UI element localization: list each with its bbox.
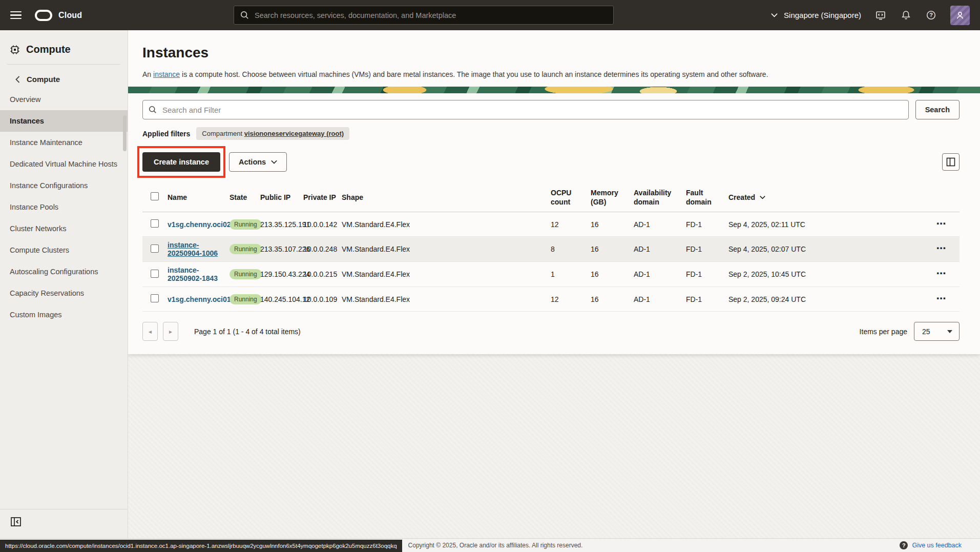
row-checkbox[interactable] [151, 219, 159, 228]
sidebar-item-capacity-reservations[interactable]: Capacity Reservations [0, 282, 128, 304]
divider [7, 64, 120, 65]
instances-panel: Instances An instance is a compute host.… [128, 30, 980, 354]
status-badge: Running [230, 269, 262, 279]
shape-cell: VM.Standard.E4.Flex [342, 262, 551, 287]
created-cell: Sep 4, 2025, 02:07 UTC [728, 237, 928, 262]
table-row: instance-20250904-1006 Running 213.35.10… [142, 237, 960, 262]
feedback-help-icon[interactable]: ? [900, 541, 908, 549]
sidebar-scrollbar-thumb[interactable] [123, 115, 127, 151]
banner-illustration [128, 87, 980, 93]
row-checkbox[interactable] [151, 244, 159, 253]
brand[interactable]: Cloud [35, 10, 82, 21]
memory-cell: 16 [591, 287, 634, 312]
instance-doc-link[interactable]: instance [153, 70, 180, 78]
instance-name-link[interactable]: instance-20250904-1006 [168, 241, 218, 257]
sidebar-collapse-button[interactable] [10, 516, 23, 528]
fd-cell: FD-1 [686, 287, 728, 312]
column-header-ocpu[interactable]: OCPU count [551, 183, 591, 212]
shape-cell: VM.Standard.E4.Flex [342, 287, 551, 312]
sidebar-back-link[interactable]: Compute [0, 70, 128, 89]
row-checkbox[interactable] [151, 294, 159, 302]
create-instance-button[interactable]: Create instance [142, 152, 220, 172]
row-actions-button[interactable]: ⋯ [936, 271, 947, 276]
public-ip-cell: 213.35.107.226 [260, 237, 303, 262]
column-header-name[interactable]: Name [168, 183, 230, 212]
column-header-private-ip[interactable]: Private IP [303, 183, 342, 212]
instance-name-link[interactable]: v1sg.chenny.oci01 [168, 295, 231, 303]
column-header-public-ip[interactable]: Public IP [260, 183, 303, 212]
created-cell: Sep 4, 2025, 02:11 UTC [728, 212, 928, 237]
filter-search [142, 100, 909, 119]
sidebar-item-instances[interactable]: Instances [0, 110, 128, 132]
compartment-name[interactable]: visiononeservicegateway (root) [244, 130, 344, 137]
instances-table-wrap: Name State Public IP Private IP Shape OC… [128, 183, 980, 312]
search-and-filter-input[interactable] [142, 100, 909, 119]
brand-name: Cloud [58, 11, 82, 20]
column-header-memory[interactable]: Memory (GB) [591, 183, 634, 212]
column-header-fault-domain[interactable]: Fault domain [686, 183, 728, 212]
search-button[interactable]: Search [915, 100, 960, 119]
fd-cell: FD-1 [686, 237, 728, 262]
global-search-input[interactable] [234, 6, 614, 25]
sidebar-item-custom-images[interactable]: Custom Images [0, 304, 128, 325]
instance-name-link[interactable]: instance-20250902-1843 [168, 266, 218, 282]
created-cell: Sep 2, 2025, 09:24 UTC [728, 287, 928, 312]
public-ip-cell: 129.150.43.224 [260, 262, 303, 287]
sidebar-item-autoscaling-configurations[interactable]: Autoscaling Configurations [0, 261, 128, 282]
public-ip-cell: 213.35.125.191 [260, 212, 303, 237]
items-per-page-select[interactable]: 25 [914, 322, 960, 341]
ocpu-cell: 12 [551, 287, 591, 312]
row-actions-button[interactable]: ⋯ [936, 296, 947, 301]
announcements-bell-icon[interactable] [900, 10, 911, 21]
top-navigation-bar: Cloud Singapore (Singapore) ? [0, 0, 980, 30]
applied-filters-row: Applied filters Compartment visiononeser… [128, 127, 980, 140]
page-description: An instance is a compute host. Choose be… [128, 70, 980, 78]
next-page-button[interactable]: ▸ [163, 322, 178, 341]
sort-descending-icon [760, 195, 765, 199]
previous-page-button[interactable]: ◂ [142, 322, 158, 341]
row-checkbox[interactable] [151, 270, 159, 278]
person-icon [955, 10, 965, 21]
manage-columns-button[interactable] [942, 153, 960, 171]
select-all-checkbox[interactable] [151, 192, 159, 200]
private-ip-cell: 10.0.0.215 [303, 262, 342, 287]
table-header-row: Name State Public IP Private IP Shape OC… [142, 183, 960, 212]
sidebar-item-compute-clusters[interactable]: Compute Clusters [0, 239, 128, 261]
hamburger-menu-icon[interactable] [10, 11, 22, 19]
row-actions-button[interactable]: ⋯ [936, 246, 947, 251]
sidebar-item-dedicated-vm-hosts[interactable]: Dedicated Virtual Machine Hosts [0, 153, 128, 175]
shape-cell: VM.Standard.E4.Flex [342, 212, 551, 237]
sidebar-item-overview[interactable]: Overview [0, 89, 128, 110]
applied-filters-label: Applied filters [142, 130, 190, 138]
oracle-logo-icon [35, 10, 52, 21]
row-actions-button[interactable]: ⋯ [936, 221, 947, 227]
sidebar-item-cluster-networks[interactable]: Cluster Networks [0, 218, 128, 239]
table-row: v1sg.chenny.oci02 Running 213.35.125.191… [142, 212, 960, 237]
sidebar-item-instance-maintenance[interactable]: Instance Maintenance [0, 132, 128, 153]
help-icon[interactable]: ? [925, 10, 936, 21]
sidebar: Compute Compute Overview Instances Insta… [0, 30, 128, 538]
column-header-state[interactable]: State [230, 183, 260, 212]
columns-icon [946, 157, 955, 167]
give-feedback-link[interactable]: Give us feedback [912, 542, 962, 549]
instance-name-link[interactable]: v1sg.chenny.oci02 [168, 220, 231, 229]
compartment-filter-chip[interactable]: Compartment visiononeservicegateway (roo… [196, 127, 349, 140]
fd-cell: FD-1 [686, 262, 728, 287]
ad-cell: AD-1 [634, 212, 686, 237]
search-icon [240, 10, 249, 20]
cloud-shell-icon[interactable] [875, 10, 886, 21]
column-header-shape[interactable]: Shape [342, 183, 551, 212]
ocpu-cell: 8 [551, 237, 591, 262]
sidebar-header: Compute [0, 30, 128, 55]
region-selector[interactable]: Singapore (Singapore) [771, 11, 861, 19]
user-avatar[interactable] [950, 6, 970, 25]
chevron-down-icon [271, 160, 277, 164]
memory-cell: 16 [591, 212, 634, 237]
sidebar-item-instance-pools[interactable]: Instance Pools [0, 196, 128, 218]
main-content: Instances An instance is a compute host.… [128, 30, 980, 538]
column-header-created[interactable]: Created [728, 183, 928, 212]
sidebar-item-instance-configurations[interactable]: Instance Configurations [0, 175, 128, 196]
column-header-availability-domain[interactable]: Availability domain [634, 183, 686, 212]
actions-dropdown-button[interactable]: Actions [229, 152, 287, 172]
items-per-page-label: Items per page [860, 328, 907, 336]
